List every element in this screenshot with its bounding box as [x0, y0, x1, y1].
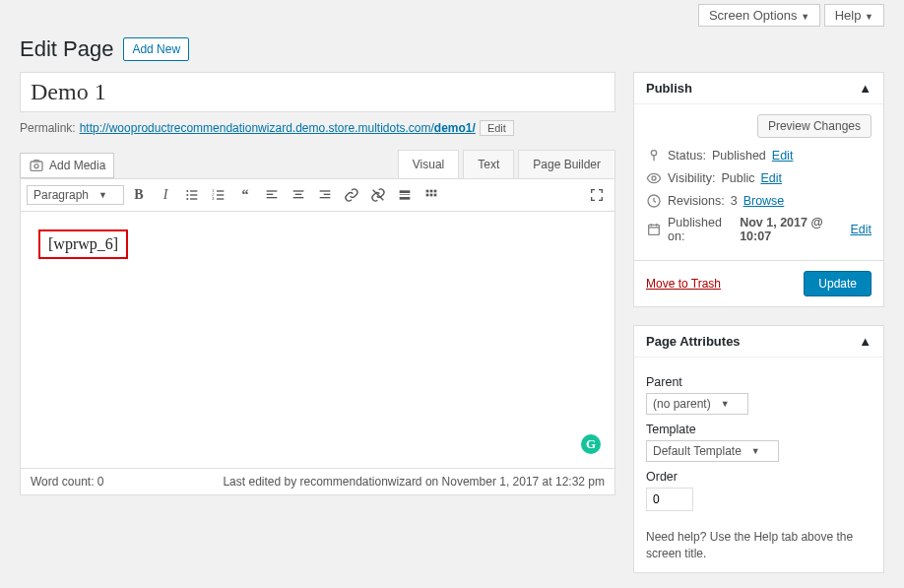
svg-point-35	[652, 176, 656, 180]
camera-icon	[29, 158, 44, 173]
template-label: Template	[646, 423, 872, 436]
screen-options-label: Screen Options	[709, 8, 798, 23]
chevron-down-icon: ▼	[98, 190, 107, 200]
svg-rect-20	[320, 190, 331, 191]
order-label: Order	[646, 470, 872, 484]
revisions-icon	[646, 193, 662, 209]
update-button[interactable]: Update	[804, 271, 872, 296]
chevron-down-icon: ▼	[721, 399, 730, 409]
italic-button[interactable]: I	[154, 183, 177, 207]
svg-rect-13	[217, 198, 224, 199]
published-edit-link[interactable]: Edit	[850, 223, 872, 236]
link-button[interactable]	[340, 183, 363, 207]
add-media-label: Add Media	[49, 159, 105, 172]
tab-page-builder[interactable]: Page Builder	[518, 150, 615, 178]
chevron-down-icon: ▼	[801, 12, 809, 22]
svg-rect-22	[320, 197, 331, 198]
svg-text:3: 3	[212, 196, 215, 201]
numbered-list-button[interactable]: 123	[207, 183, 230, 207]
attributes-help-text: Need help? Use the Help tab above the sc…	[646, 529, 872, 562]
svg-rect-9	[217, 190, 224, 191]
help-label: Help	[835, 8, 862, 23]
permalink-label: Permalink:	[20, 121, 76, 135]
align-left-button[interactable]	[260, 183, 284, 207]
svg-rect-28	[430, 190, 433, 193]
svg-rect-11	[217, 194, 224, 195]
parent-label: Parent	[646, 375, 872, 389]
svg-rect-17	[293, 190, 304, 191]
visibility-edit-link[interactable]: Edit	[760, 171, 782, 185]
word-count: Word count: 0	[31, 475, 104, 489]
status-edit-link[interactable]: Edit	[772, 149, 794, 163]
publish-panel: Publish▲ Preview Changes Status: Publish…	[633, 72, 884, 307]
svg-rect-19	[293, 197, 304, 198]
svg-rect-25	[400, 194, 411, 195]
svg-rect-24	[400, 190, 411, 193]
eye-icon	[646, 170, 662, 186]
svg-rect-7	[190, 198, 197, 199]
last-edited: Last edited by recommendationwizard on N…	[223, 475, 605, 489]
pin-icon	[646, 148, 662, 163]
quote-button[interactable]: “	[233, 183, 257, 207]
svg-rect-32	[434, 194, 437, 197]
preview-changes-button[interactable]: Preview Changes	[757, 114, 872, 138]
page-attributes-panel: Page Attributes▲ Parent (no parent)▼ Tem…	[633, 325, 884, 573]
editor-toolbar: Paragraph▼ B I 123 “	[21, 179, 614, 212]
template-select[interactable]: Default Template▼	[646, 440, 779, 462]
collapse-icon: ▲	[859, 334, 872, 349]
screen-options-button[interactable]: Screen Options ▼	[698, 4, 820, 27]
unlink-button[interactable]	[366, 183, 390, 207]
svg-rect-5	[190, 194, 197, 195]
svg-rect-3	[190, 190, 197, 191]
page-title: Edit Page	[20, 36, 113, 62]
svg-point-2	[186, 190, 188, 192]
svg-rect-37	[649, 225, 660, 234]
read-more-button[interactable]	[393, 183, 417, 207]
svg-rect-30	[426, 194, 429, 197]
permalink-edit-button[interactable]: Edit	[480, 120, 514, 136]
svg-rect-16	[267, 197, 278, 198]
svg-rect-31	[430, 194, 433, 197]
fullscreen-button[interactable]	[585, 183, 609, 207]
format-select[interactable]: Paragraph▼	[27, 185, 124, 205]
parent-select[interactable]: (no parent)▼	[646, 393, 748, 415]
move-to-trash-link[interactable]: Move to Trash	[646, 277, 721, 291]
align-center-button[interactable]	[287, 183, 310, 207]
collapse-icon: ▲	[859, 81, 872, 96]
calendar-icon	[646, 222, 662, 237]
svg-rect-18	[295, 194, 302, 195]
grammarly-icon[interactable]: G	[581, 434, 601, 454]
svg-rect-27	[426, 190, 429, 193]
svg-rect-26	[400, 197, 411, 200]
align-right-button[interactable]	[313, 183, 337, 207]
revisions-browse-link[interactable]: Browse	[743, 194, 785, 208]
svg-point-4	[186, 194, 188, 196]
add-media-button[interactable]: Add Media	[20, 153, 114, 178]
chevron-down-icon: ▼	[751, 446, 760, 456]
svg-rect-0	[31, 162, 42, 170]
order-input[interactable]	[646, 488, 693, 511]
tab-visual[interactable]: Visual	[398, 150, 459, 178]
svg-point-6	[186, 198, 188, 200]
svg-rect-29	[434, 190, 437, 193]
editor-content[interactable]: [wprwp_6] G	[21, 212, 614, 468]
permalink-link[interactable]: http://wooproductrecommendationwizard.de…	[80, 121, 476, 135]
attributes-heading[interactable]: Page Attributes▲	[634, 326, 883, 358]
svg-rect-21	[324, 194, 331, 195]
tab-text[interactable]: Text	[463, 150, 514, 178]
shortcode-highlight: [wprwp_6]	[38, 229, 128, 259]
help-button[interactable]: Help ▼	[824, 4, 884, 27]
bullet-list-button[interactable]	[180, 183, 204, 207]
post-title-input[interactable]	[20, 72, 615, 112]
svg-rect-14	[267, 190, 278, 191]
publish-heading[interactable]: Publish▲	[634, 73, 883, 104]
add-new-button[interactable]: Add New	[123, 37, 189, 61]
svg-point-33	[651, 151, 656, 156]
svg-point-1	[34, 164, 38, 168]
bold-button[interactable]: B	[127, 183, 151, 207]
svg-rect-15	[267, 194, 274, 195]
chevron-down-icon: ▼	[865, 12, 873, 22]
toolbar-toggle-button[interactable]	[420, 183, 443, 207]
